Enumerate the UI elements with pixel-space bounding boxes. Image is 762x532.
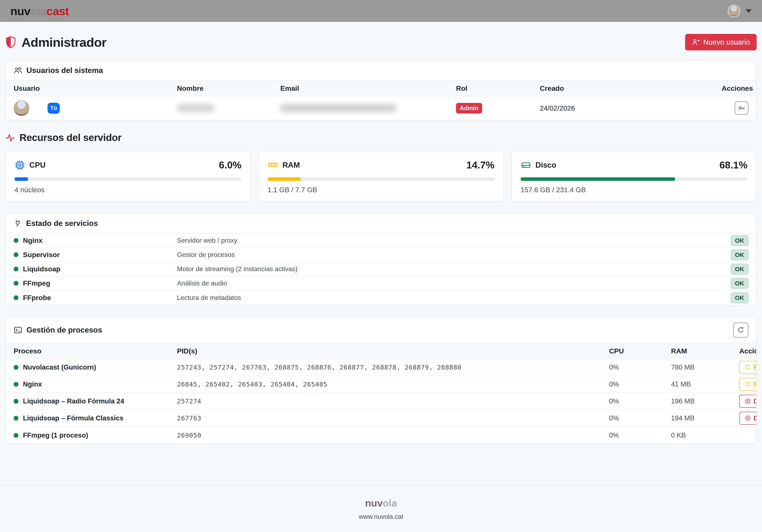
status-dot	[14, 295, 18, 300]
logo-part-ola: ola	[31, 5, 46, 18]
col-proceso: Proceso	[14, 347, 177, 355]
you-badge: Tú	[47, 103, 60, 114]
ram-label: RAM	[282, 161, 300, 170]
logo-part-nuv: nuv	[10, 5, 31, 18]
restart-process-button[interactable]: Reiniciar	[739, 361, 757, 374]
service-description: Servidor web / proxy	[177, 237, 731, 244]
chevron-down-icon[interactable]	[745, 9, 752, 13]
disk-label: Disco	[535, 161, 556, 170]
created-date: 24/02/2026	[540, 104, 722, 112]
restart-icon	[745, 364, 751, 370]
process-row: Liquidsoap – Radio Fórmula 24 257274 0% …	[6, 393, 756, 410]
cpu-value: 6.0%	[219, 159, 242, 171]
service-name: Supervisor	[23, 251, 60, 259]
process-name: FFmpeg (1 proceso)	[23, 431, 88, 439]
stop-process-button[interactable]: Detener	[739, 412, 757, 425]
admin-badge: Admin	[456, 103, 482, 114]
service-name: FFmpeg	[23, 279, 50, 287]
services-card-title: Estado de servicios	[26, 219, 98, 228]
col-cpu: CPU	[609, 347, 671, 355]
status-dot	[14, 266, 18, 271]
ram-subtitle: 1.1 GB / 7.7 GB	[267, 186, 495, 194]
col-accion: Acción	[739, 347, 757, 355]
logo-part-cast: cast	[46, 5, 69, 18]
process-name: Liquidsoap – Radio Fórmula 24	[23, 397, 124, 405]
process-ram: 196 MB	[671, 397, 739, 405]
status-dot	[14, 416, 18, 420]
footer-logo: nuvola	[0, 497, 762, 509]
ram-value: 14.7%	[466, 159, 495, 171]
reset-password-button[interactable]	[735, 102, 748, 115]
process-name: Nuvolacast (Gunicorn)	[23, 363, 96, 371]
restart-process-button[interactable]: Reiniciar	[739, 378, 757, 391]
refresh-icon	[737, 326, 744, 334]
key-icon	[738, 104, 745, 112]
users-card-title: Usuarios del sistema	[27, 66, 103, 75]
status-dot	[14, 252, 18, 257]
stop-label: Detener	[753, 415, 757, 422]
resources-heading: Recursos del servidor	[5, 132, 757, 143]
process-cpu: 0%	[609, 431, 671, 439]
stop-label: Detener	[753, 398, 757, 405]
user-avatar[interactable]	[728, 5, 740, 17]
service-row: Supervisor Gestor de procesos OK	[6, 248, 756, 262]
terminal-icon	[14, 326, 22, 335]
process-ram: 41 MB	[671, 380, 739, 388]
status-badge: OK	[731, 278, 748, 289]
hdd-icon	[520, 160, 531, 171]
status-dot	[14, 399, 18, 404]
memory-icon	[267, 160, 278, 171]
service-name: Liquidsoap	[23, 265, 60, 273]
col-ram: RAM	[671, 347, 739, 355]
process-cpu: 0%	[609, 414, 671, 422]
ram-progress-fill	[267, 177, 301, 181]
disk-subtitle: 157.6 GB / 231.4 GB	[520, 186, 747, 194]
process-cpu: 0%	[609, 397, 671, 405]
people-icon	[14, 66, 22, 75]
process-name: Liquidsoap – Fórmula Classics	[23, 414, 123, 422]
col-rol: Rol	[456, 84, 540, 92]
cpu-progress-track	[15, 177, 242, 181]
cpu-subtitle: 4 núcleos	[15, 186, 242, 194]
process-row: Nuvolacast (Gunicorn) 257243, 257274, 26…	[6, 359, 756, 376]
footer: nuvola www.nuvola.cat	[0, 485, 762, 532]
row-avatar	[14, 100, 29, 116]
status-dot	[14, 365, 18, 370]
status-dot	[14, 433, 18, 438]
redacted-name	[177, 104, 214, 112]
status-dot	[14, 238, 18, 243]
process-row: Liquidsoap – Fórmula Classics 267763 0% …	[6, 410, 756, 427]
service-description: Motor de streaming (2 instancias activas…	[177, 265, 731, 273]
new-user-button[interactable]: Nuevo usuario	[685, 34, 757, 50]
footer-url: www.nuvola.cat	[0, 513, 762, 520]
processes-card: Gestión de procesos Proceso PID(s) CPU R…	[5, 317, 757, 444]
footer-logo-ola: ola	[383, 498, 397, 509]
refresh-processes-button[interactable]	[733, 323, 748, 338]
stop-process-button[interactable]: Detener	[739, 395, 757, 408]
process-cpu: 0%	[609, 380, 671, 388]
status-badge: OK	[731, 264, 748, 274]
service-row: FFprobe Lectura de metadatos OK	[6, 291, 756, 305]
status-dot	[14, 382, 18, 387]
restart-label: Reiniciar	[753, 363, 757, 371]
service-name: Nginx	[23, 236, 42, 245]
disk-progress-track	[520, 177, 747, 181]
process-pids: 269050	[177, 431, 609, 439]
page-title: Administrador	[22, 35, 107, 49]
redacted-email	[280, 104, 396, 113]
process-ram: 780 MB	[671, 363, 739, 371]
person-plus-icon	[692, 38, 700, 46]
disk-card: Disco 68.1% 157.6 GB / 231.4 GB	[511, 151, 757, 202]
status-badge: OK	[731, 292, 748, 303]
topbar: nuvolacast	[0, 0, 762, 22]
shield-icon	[5, 36, 16, 48]
resources-heading-label: Recursos del servidor	[20, 132, 121, 143]
page-header: Administrador Nuevo usuario	[0, 22, 762, 60]
ram-card: RAM 14.7% 1.1 GB / 7.7 GB	[259, 151, 503, 202]
cpu-icon	[15, 160, 25, 171]
process-pids: 257274	[177, 398, 609, 405]
new-user-button-label: Nuevo usuario	[703, 38, 750, 46]
disk-progress-fill	[520, 177, 675, 181]
services-card: Estado de servicios Nginx Servidor web /…	[5, 213, 757, 305]
col-usuario: Usuario	[14, 84, 177, 92]
